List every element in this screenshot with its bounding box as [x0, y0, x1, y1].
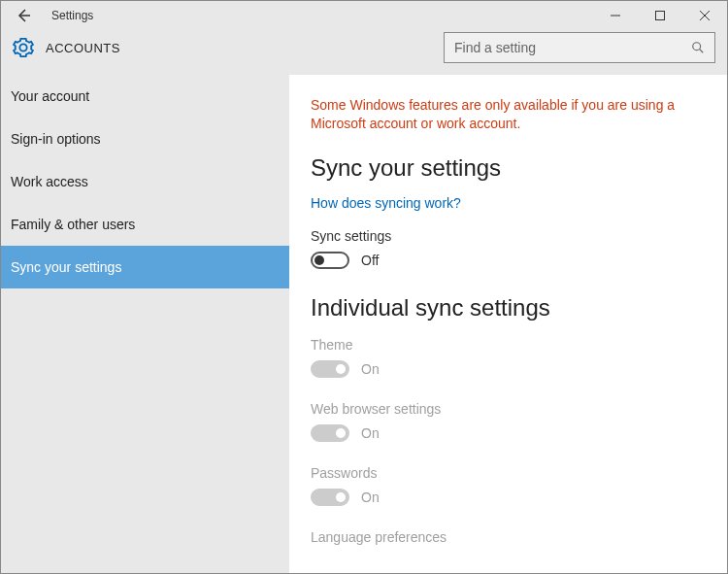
header: ACCOUNTS: [1, 30, 727, 75]
back-button[interactable]: [1, 1, 46, 30]
toggle-state: On: [361, 425, 380, 441]
toggle-web-browser[interactable]: [311, 424, 349, 442]
search-input[interactable]: [454, 40, 691, 55]
toggle-state: On: [361, 361, 380, 377]
svg-line-5: [700, 50, 704, 53]
body: Your account Sign-in options Work access…: [1, 75, 727, 574]
search-icon: [691, 41, 705, 54]
heading-sync-your-settings: Sync your settings: [311, 154, 708, 182]
toggle-row: On: [311, 424, 708, 442]
titlebar: Settings: [1, 1, 727, 30]
svg-rect-1: [656, 12, 665, 20]
gear-icon: [13, 37, 34, 58]
toggle-row: On: [311, 360, 708, 378]
window-title: Settings: [46, 9, 93, 22]
sidebar-item-work-access[interactable]: Work access: [1, 160, 289, 203]
toggle-row: On: [311, 489, 708, 506]
close-icon: [700, 11, 710, 20]
toggle-theme[interactable]: [311, 360, 349, 378]
search-input-wrapper[interactable]: [444, 32, 715, 63]
setting-label: Web browser settings: [311, 401, 708, 417]
how-does-syncing-work-link[interactable]: How does syncing work?: [311, 195, 708, 211]
toggle-knob: [336, 364, 346, 374]
maximize-icon: [655, 11, 665, 20]
toggle-knob: [336, 428, 346, 438]
setting-language-preferences: Language preferences: [311, 529, 708, 545]
setting-theme: Theme On: [311, 337, 708, 378]
toggle-knob: [336, 492, 346, 502]
maximize-button[interactable]: [638, 1, 682, 30]
close-button[interactable]: [682, 1, 727, 30]
warning-text: Some Windows features are only available…: [311, 96, 708, 133]
toggle-row: Off: [311, 252, 708, 269]
toggle-knob: [314, 255, 324, 265]
sidebar-item-your-account[interactable]: Your account: [1, 75, 289, 118]
setting-label: Language preferences: [311, 529, 708, 545]
setting-label: Passwords: [311, 465, 708, 481]
header-title: ACCOUNTS: [46, 41, 120, 55]
sidebar-item-sign-in-options[interactable]: Sign-in options: [1, 118, 289, 160]
setting-passwords: Passwords On: [311, 465, 708, 506]
toggle-passwords[interactable]: [311, 489, 349, 506]
sidebar: Your account Sign-in options Work access…: [1, 75, 289, 574]
toggle-state: On: [361, 490, 380, 505]
back-arrow-icon: [16, 8, 31, 23]
setting-label: Sync settings: [311, 228, 708, 244]
setting-sync-settings: Sync settings Off: [311, 228, 708, 269]
svg-point-4: [693, 43, 701, 51]
window-controls: [593, 1, 727, 30]
minimize-icon: [611, 11, 620, 20]
sidebar-item-family-other-users[interactable]: Family & other users: [1, 203, 289, 246]
toggle-state: Off: [361, 253, 379, 268]
minimize-button[interactable]: [593, 1, 638, 30]
setting-web-browser: Web browser settings On: [311, 401, 708, 442]
setting-label: Theme: [311, 337, 708, 353]
sidebar-item-sync-your-settings[interactable]: Sync your settings: [1, 246, 289, 288]
content: Some Windows features are only available…: [289, 75, 727, 574]
toggle-sync-settings[interactable]: [311, 252, 349, 269]
heading-individual-sync-settings: Individual sync settings: [311, 294, 708, 321]
